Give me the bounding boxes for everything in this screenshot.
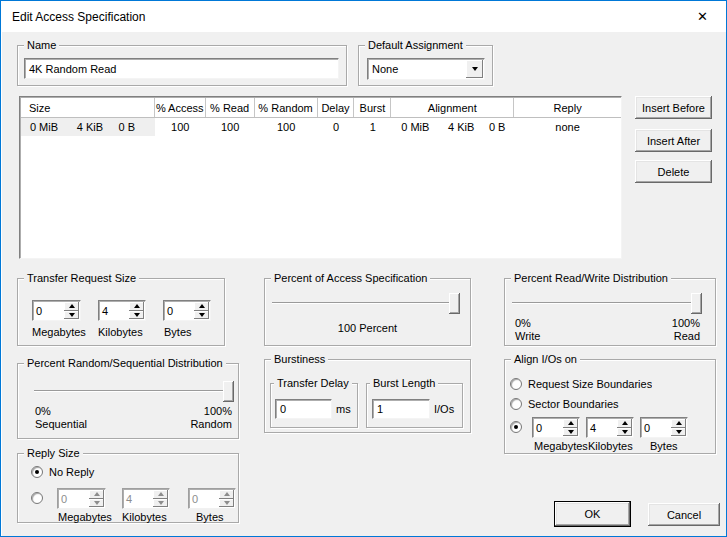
spin-up-button[interactable] xyxy=(563,419,578,428)
spin-up-icon xyxy=(69,304,75,308)
combo-dropdown-button[interactable] xyxy=(466,60,483,78)
spin-down-button xyxy=(219,499,234,508)
column-header-reply[interactable]: Reply xyxy=(514,98,621,117)
cell-burst[interactable]: 1 xyxy=(354,118,391,136)
trs-kilobytes-value[interactable]: 4 xyxy=(99,301,129,320)
reply-megabytes-value: 0 xyxy=(58,489,89,508)
transfer-delay-input[interactable]: 0 xyxy=(275,399,332,419)
name-input[interactable]: 4K Random Read xyxy=(24,58,339,79)
spin-up-button xyxy=(153,490,168,499)
align-bytes-value[interactable]: 0 xyxy=(641,418,671,437)
unit-label-megabytes: Megabytes xyxy=(58,511,112,524)
spin-up-icon xyxy=(224,492,230,496)
size-kilobytes: 4 KiB xyxy=(58,121,103,133)
spin-up-button[interactable] xyxy=(129,302,144,311)
alignment-kilobytes: 4 KiB xyxy=(429,121,474,133)
read-percent-value: 100% xyxy=(640,317,700,330)
custom-alignment-radio[interactable] xyxy=(510,421,522,433)
percent-random-seq-label: Percent Random/Sequential Distribution xyxy=(24,356,226,370)
trs-bytes-value[interactable]: 0 xyxy=(164,301,194,320)
column-header-burst[interactable]: Burst xyxy=(354,98,391,117)
no-reply-label[interactable]: No Reply xyxy=(49,466,94,478)
spin-down-button[interactable] xyxy=(671,428,686,437)
sequential-percent-value: 0% xyxy=(35,405,51,418)
spin-up-icon xyxy=(568,421,574,425)
percent-access-slider-track[interactable] xyxy=(272,302,460,304)
reply-bytes-value: 0 xyxy=(189,489,219,508)
spin-down-button xyxy=(89,499,104,508)
align-kilobytes-value[interactable]: 4 xyxy=(587,418,617,437)
spin-down-button xyxy=(153,499,168,508)
spin-up-button[interactable] xyxy=(671,419,686,428)
spin-down-button[interactable] xyxy=(563,428,578,437)
column-header-random[interactable]: % Random xyxy=(255,98,318,117)
align-megabytes-spinner[interactable]: 0 xyxy=(532,417,580,438)
read-write-slider-track[interactable] xyxy=(512,302,702,304)
random-seq-slider-thumb[interactable] xyxy=(223,381,234,402)
request-size-boundaries-radio[interactable] xyxy=(510,378,522,390)
table-row[interactable]: 0 MiB 4 KiB 0 B 100 100 100 0 1 0 MiB 4 … xyxy=(21,118,621,136)
reply-size-group: Reply Size No Reply 0 4 0 Megabytes Kilo… xyxy=(17,453,239,523)
title-bar[interactable]: Edit Access Specification ✕ xyxy=(2,2,725,32)
insert-after-button[interactable]: Insert After xyxy=(635,129,712,152)
random-caption: Random xyxy=(162,418,232,431)
percent-read-write-label: Percent Read/Write Distribution xyxy=(511,271,671,285)
align-bytes-spinner[interactable]: 0 xyxy=(640,417,688,438)
random-seq-slider-track[interactable] xyxy=(34,390,234,392)
align-megabytes-value[interactable]: 0 xyxy=(533,418,563,437)
spin-up-button[interactable] xyxy=(194,302,209,311)
cell-alignment[interactable]: 0 MiB 4 KiB 0 B xyxy=(391,118,514,136)
sector-boundaries-label[interactable]: Sector Boundaries xyxy=(528,398,619,410)
cell-read[interactable]: 100 xyxy=(206,118,255,136)
column-header-size[interactable]: Size xyxy=(21,98,155,117)
cell-random[interactable]: 100 xyxy=(255,118,318,136)
burst-length-input[interactable]: 1 xyxy=(372,399,430,419)
cancel-button[interactable]: Cancel xyxy=(648,503,720,526)
default-assignment-select[interactable]: None xyxy=(367,58,485,80)
unit-label-bytes: Bytes xyxy=(650,440,678,453)
ok-button[interactable]: OK xyxy=(554,501,631,527)
default-assignment-value: None xyxy=(368,59,465,79)
spin-down-button[interactable] xyxy=(194,311,209,320)
spin-up-button[interactable] xyxy=(617,419,632,428)
trs-bytes-spinner[interactable]: 0 xyxy=(163,300,211,321)
align-ios-group: Align I/Os on Request Size Boundaries Se… xyxy=(504,359,716,454)
no-reply-radio[interactable] xyxy=(31,466,43,478)
align-kilobytes-spinner[interactable]: 4 xyxy=(586,417,634,438)
close-icon[interactable]: ✕ xyxy=(680,2,725,32)
spin-down-icon xyxy=(69,313,75,317)
trs-kilobytes-spinner[interactable]: 4 xyxy=(98,300,146,321)
spin-down-icon xyxy=(224,501,230,505)
spin-down-icon xyxy=(199,313,205,317)
burstiness-label: Burstiness xyxy=(271,352,328,366)
default-assignment-label: Default Assignment xyxy=(365,38,466,52)
delete-button[interactable]: Delete xyxy=(635,160,712,183)
trs-megabytes-value[interactable]: 0 xyxy=(33,301,64,320)
column-header-read[interactable]: % Read xyxy=(206,98,255,117)
spin-down-button[interactable] xyxy=(64,311,79,320)
column-header-alignment[interactable]: Alignment xyxy=(391,98,514,117)
spin-down-button[interactable] xyxy=(617,428,632,437)
spin-up-button[interactable] xyxy=(64,302,79,311)
spin-down-button[interactable] xyxy=(129,311,144,320)
column-header-delay[interactable]: Delay xyxy=(318,98,355,117)
cell-reply[interactable]: none xyxy=(514,118,621,136)
cell-size[interactable]: 0 MiB 4 KiB 0 B xyxy=(21,118,155,136)
percent-access-slider-thumb[interactable] xyxy=(449,293,460,314)
percent-read-write-group: Percent Read/Write Distribution 0% Write… xyxy=(504,278,716,346)
cell-delay[interactable]: 0 xyxy=(318,118,355,136)
insert-before-button[interactable]: Insert Before xyxy=(635,96,712,119)
cell-access[interactable]: 100 xyxy=(155,118,206,136)
request-size-boundaries-label[interactable]: Request Size Boundaries xyxy=(528,378,652,390)
column-header-access[interactable]: % Access xyxy=(155,98,206,117)
reply-bytes-spinner: 0 xyxy=(188,488,236,509)
name-group: Name 4K Random Read xyxy=(17,45,347,86)
access-spec-table[interactable]: Size % Access % Read % Random Delay Burs… xyxy=(19,96,622,259)
spin-down-icon xyxy=(94,501,100,505)
unit-label-kilobytes: Kilobytes xyxy=(98,326,143,339)
trs-megabytes-spinner[interactable]: 0 xyxy=(32,300,81,321)
read-write-slider-thumb[interactable] xyxy=(691,293,702,314)
sector-boundaries-radio[interactable] xyxy=(510,398,522,410)
custom-reply-radio[interactable] xyxy=(31,492,43,504)
alignment-bytes: 0 B xyxy=(474,121,505,133)
